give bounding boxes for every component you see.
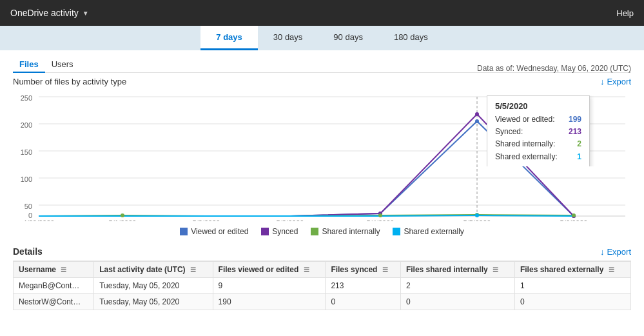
svg-text:0: 0 [28, 212, 32, 219]
tooltip-viewed-val: 199 [569, 114, 581, 126]
filter-icon-last-activity[interactable]: ☰ [190, 266, 196, 273]
svg-text:5/1/2020: 5/1/2020 [109, 219, 137, 221]
svg-text:5/5/2020: 5/5/2020 [463, 219, 491, 221]
chart-export-button[interactable]: ↓ Export [600, 77, 631, 86]
tooltip-synced-row: Synced: 213 [495, 126, 581, 138]
tooltip-shared-ext-row: Shared externally: 1 [495, 151, 581, 163]
legend-shared-ext-label: Shared externally [404, 227, 463, 236]
svg-text:5/4/2020: 5/4/2020 [367, 219, 395, 221]
col-last-activity: Last activity date (UTC) ☰ [94, 262, 213, 278]
top-bar-left: OneDrive activity ▼ [10, 8, 89, 18]
details-export-button[interactable]: ↓ Export [600, 247, 631, 257]
svg-point-23 [378, 213, 382, 217]
legend-viewed-label: Viewed or edited [191, 227, 248, 236]
details-header: Details ↓ Export [13, 242, 631, 261]
svg-text:200: 200 [21, 121, 32, 129]
tooltip-viewed-row: Viewed or edited: 199 [495, 114, 581, 126]
tooltip-shared-int-row: Shared internally: 2 [495, 138, 581, 150]
filter-icon-files-shared-int[interactable]: ☰ [493, 266, 498, 273]
table-cell: 0 [326, 294, 401, 310]
col-files-shared-int: Files shared internally ☰ [400, 262, 514, 278]
legend-synced-color [261, 228, 269, 235]
col-files-shared-ext: Files shared externally ☰ [514, 262, 630, 278]
details-export-label: Export [607, 247, 631, 257]
table-cell: 9 [213, 278, 326, 294]
chart-tooltip: 5/5/2020 Viewed or edited: 199 Synced: 2… [487, 95, 590, 166]
chart-legend: Viewed or edited Synced Shared internall… [13, 227, 631, 236]
chart-export-label: Export [607, 77, 631, 86]
chart-area: 250 200 150 100 50 0 4/30/2020 5/1/2020 … [13, 89, 631, 224]
tab-files[interactable]: Files [13, 57, 45, 73]
filter-icon-username[interactable]: ☰ [61, 266, 66, 273]
legend-shared-ext: Shared externally [393, 227, 463, 236]
help-link[interactable]: Help [616, 8, 634, 18]
table-row: NestorW@Cont…Tuesday, May 05, 2020190000 [14, 294, 631, 310]
details-table: Username ☰ Last activity date (UTC) ☰ Fi… [13, 261, 631, 310]
tab-180days[interactable]: 180 days [378, 26, 444, 50]
app-title: OneDrive activity [10, 8, 79, 18]
svg-text:150: 150 [21, 148, 32, 156]
chart-title: Number of files by activity type [13, 77, 126, 86]
svg-text:100: 100 [21, 175, 32, 183]
view-tabs-row: Files Users Data as of: Wednesday, May 0… [13, 57, 631, 77]
svg-text:250: 250 [21, 94, 32, 102]
svg-point-24 [475, 119, 479, 123]
svg-point-20 [121, 213, 124, 217]
table-body: MeganB@Cont…Tuesday, May 05, 2020921321N… [14, 278, 631, 310]
svg-text:50: 50 [24, 203, 32, 210]
svg-text:5/3/2020: 5/3/2020 [277, 219, 304, 221]
legend-synced-label: Synced [272, 227, 298, 236]
period-tab-bar: 7 days 30 days 90 days 180 days [0, 26, 644, 50]
line-chart: 250 200 150 100 50 0 4/30/2020 5/1/2020 … [13, 89, 632, 221]
legend-shared-int-label: Shared internally [322, 227, 380, 236]
table-cell: 213 [326, 278, 401, 294]
svg-point-25 [475, 112, 479, 116]
table-cell: 1 [514, 278, 630, 294]
table-row: MeganB@Cont…Tuesday, May 05, 2020921321 [14, 278, 631, 294]
svg-text:4/30/2020: 4/30/2020 [23, 219, 55, 221]
table-cell: NestorW@Cont… [14, 294, 94, 310]
table-cell: Tuesday, May 05, 2020 [94, 278, 213, 294]
tooltip-synced-label: Synced: [495, 126, 523, 138]
table-header-row: Username ☰ Last activity date (UTC) ☰ Fi… [14, 262, 631, 278]
tab-users[interactable]: Users [45, 57, 80, 73]
details-title: Details [13, 246, 43, 257]
col-files-viewed: Files viewed or edited ☰ [213, 262, 326, 278]
tooltip-shared-ext-label: Shared externally: [495, 151, 558, 163]
table-cell: Tuesday, May 05, 2020 [94, 294, 213, 310]
table-cell: 2 [400, 278, 514, 294]
table-cell: MeganB@Cont… [14, 278, 94, 294]
legend-synced: Synced [261, 227, 298, 236]
chart-header: Number of files by activity type ↓ Expor… [13, 77, 631, 86]
legend-viewed-color [180, 228, 188, 235]
legend-shared-int: Shared internally [311, 227, 380, 236]
download-icon-2: ↓ [600, 247, 605, 257]
tab-7days[interactable]: 7 days [200, 26, 257, 50]
filter-icon-files-viewed[interactable]: ☰ [304, 266, 309, 273]
tooltip-shared-int-val: 2 [577, 138, 581, 150]
tab-90days[interactable]: 90 days [318, 26, 378, 50]
chevron-down-icon[interactable]: ▼ [83, 10, 89, 17]
data-as-of: Data as of: Wednesday, May 06, 2020 (UTC… [477, 64, 631, 73]
col-files-synced: Files synced ☰ [326, 262, 401, 278]
tooltip-viewed-label: Viewed or edited: [495, 114, 555, 126]
col-username: Username ☰ [14, 262, 94, 278]
filter-icon-files-shared-ext[interactable]: ☰ [609, 266, 614, 273]
table-cell: 0 [400, 294, 514, 310]
download-icon: ↓ [600, 77, 605, 86]
tooltip-date: 5/5/2020 [495, 101, 581, 111]
legend-shared-ext-color [393, 228, 400, 235]
svg-text:5/6/2020: 5/6/2020 [560, 219, 588, 221]
legend-viewed: Viewed or edited [180, 227, 248, 236]
top-bar: OneDrive activity ▼ Help [0, 0, 644, 26]
table-cell: 190 [213, 294, 326, 310]
details-section: Details ↓ Export Username ☰ Last activit… [13, 242, 631, 310]
svg-point-30 [572, 213, 576, 217]
tooltip-shared-ext-val: 1 [577, 151, 581, 163]
tooltip-synced-val: 213 [569, 126, 581, 138]
svg-point-27 [475, 213, 479, 217]
tab-30days[interactable]: 30 days [258, 26, 318, 50]
filter-icon-files-synced[interactable]: ☰ [382, 266, 388, 273]
content-area: Files Users Data as of: Wednesday, May 0… [0, 50, 644, 310]
legend-shared-int-color [311, 228, 318, 235]
